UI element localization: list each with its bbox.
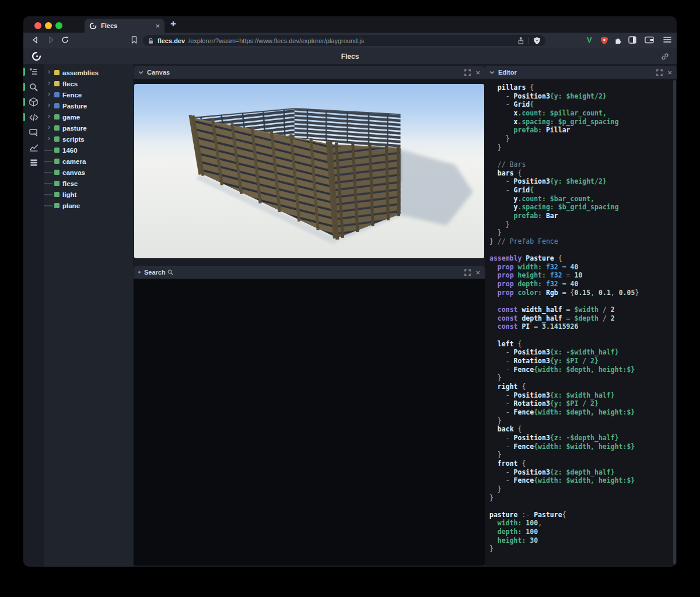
code-line: - Fence{width: $width, height:$}: [489, 443, 677, 451]
tree-item-1460[interactable]: 1460: [44, 145, 133, 156]
entity-color-square: [54, 136, 60, 142]
forward-icon[interactable]: [47, 36, 55, 44]
tree-item-camera[interactable]: camera: [44, 156, 133, 167]
expand-chevron-icon[interactable]: ›: [48, 79, 50, 87]
entity-color-square: [54, 103, 60, 108]
tree-item-flecs[interactable]: ›flecs: [44, 78, 133, 89]
chevron-down-icon[interactable]: [489, 71, 495, 75]
tree-item-canvas[interactable]: canvas: [44, 167, 133, 178]
chevron-down-icon[interactable]: [138, 71, 144, 75]
close-panel-icon[interactable]: ×: [475, 68, 480, 77]
entity-label: 1460: [62, 147, 78, 154]
share-icon[interactable]: [517, 37, 524, 45]
entity-label: scripts: [62, 136, 85, 143]
code-icon: [29, 114, 38, 121]
rail-canvas-button[interactable]: [23, 94, 44, 110]
search-results-area: [134, 279, 485, 566]
expand-chevron-icon[interactable]: ›: [48, 101, 50, 109]
entity-label: game: [62, 114, 80, 121]
search-panel: Search ×: [134, 266, 485, 566]
editor-scrollbar[interactable]: [673, 80, 676, 564]
rail-search-button[interactable]: [23, 79, 44, 94]
code-line: - Grid{: [489, 186, 677, 195]
rail-tables-button[interactable]: [23, 155, 44, 170]
tree-item-scripts[interactable]: ›scripts: [44, 134, 133, 145]
url-bar[interactable]: flecs.dev/explorer/?wasm=https://www.fle…: [143, 35, 545, 46]
brave-shield-icon[interactable]: [533, 37, 541, 45]
tree-item-plane[interactable]: plane: [44, 200, 133, 211]
rail-editor-button[interactable]: [23, 110, 44, 125]
fullscreen-icon[interactable]: [656, 69, 663, 76]
tree-guide-line: [44, 205, 52, 206]
close-window-button[interactable]: [34, 22, 41, 29]
rail-stats-button[interactable]: [23, 140, 44, 155]
close-panel-icon[interactable]: ×: [667, 68, 672, 77]
fullscreen-icon[interactable]: [464, 269, 471, 276]
close-panel-icon[interactable]: ×: [475, 268, 480, 277]
entity-tree-panel: ›assemblies›flecs›Fence›Pasture›game›pas…: [44, 64, 133, 567]
code-line: depth: 100: [489, 528, 677, 536]
adblock-shield-icon[interactable]: [600, 36, 608, 45]
link-icon[interactable]: [661, 52, 669, 61]
entity-label: pasture: [62, 125, 87, 132]
tree-item-Fence[interactable]: ›Fence: [44, 89, 133, 100]
menu-hamburger-icon[interactable]: [663, 36, 671, 43]
canvas-panel-title: Canvas: [147, 69, 461, 76]
flecs-favicon: [89, 22, 97, 30]
entity-color-square: [54, 203, 60, 208]
back-icon[interactable]: [31, 36, 40, 44]
code-editor-area[interactable]: pillars { - Position3{y: $height/2} - Gr…: [485, 79, 677, 566]
app-header: Flecs: [23, 48, 677, 64]
code-line: - Grid{: [489, 100, 677, 109]
main-area: ›assemblies›flecs›Fence›Pasture›game›pas…: [23, 64, 677, 567]
browser-window: Flecs × + flecs.dev/explorer/?wasm=https…: [23, 16, 677, 567]
browser-tab[interactable]: Flecs ×: [85, 19, 164, 33]
tab-close-icon[interactable]: ×: [155, 22, 160, 30]
tab-title: Flecs: [101, 22, 151, 29]
editor-panel: Editor × pillars { - Position3{y: $heigh…: [485, 66, 677, 566]
rail-inspector-button[interactable]: [23, 125, 44, 140]
bookmark-icon[interactable]: [130, 36, 138, 44]
code-line: prefab: Bar: [489, 212, 677, 220]
code-line: prop depth: f32 = 40: [489, 280, 677, 289]
tree-item-game[interactable]: ›game: [44, 111, 133, 122]
zoom-window-button[interactable]: [55, 22, 62, 29]
entity-tree-list: ›assemblies›flecs›Fence›Pasture›game›pas…: [44, 67, 133, 211]
code-line: }: [489, 417, 677, 426]
browser-toolbar: flecs.dev/explorer/?wasm=https://www.fle…: [23, 33, 677, 48]
code-line: x.spacing: $p_grid_spacing: [489, 118, 677, 127]
canvas-panel: Canvas ×: [134, 66, 485, 259]
tree-item-pasture[interactable]: ›pasture: [44, 122, 133, 134]
rail-entity-tree-button[interactable]: [23, 64, 44, 79]
tree-guide-line: [44, 161, 52, 162]
code-line: } // Prefab Fence: [489, 237, 677, 246]
expand-chevron-icon[interactable]: ›: [48, 112, 50, 120]
minimize-window-button[interactable]: [45, 22, 52, 29]
code-line: pasture :- Pasture{: [489, 511, 677, 519]
3d-viewport[interactable]: [134, 84, 484, 258]
code-line: bars {: [489, 169, 677, 178]
tree-item-flesc[interactable]: flesc: [44, 178, 133, 189]
code-line: [489, 152, 677, 160]
search-collapse-dot[interactable]: [138, 271, 141, 273]
tree-item-assemblies[interactable]: ›assemblies: [44, 67, 133, 78]
expand-chevron-icon[interactable]: ›: [48, 90, 50, 98]
new-tab-button[interactable]: +: [170, 18, 176, 30]
expand-chevron-icon[interactable]: ›: [48, 68, 50, 76]
code-line: - Position3{x: -$width_half}: [489, 348, 677, 357]
entity-label: flesc: [62, 180, 78, 187]
expand-chevron-icon[interactable]: ›: [48, 134, 50, 142]
wallet-icon[interactable]: [645, 36, 654, 44]
extensions-puzzle-icon[interactable]: [614, 36, 622, 44]
tree-item-Pasture[interactable]: ›Pasture: [44, 100, 133, 111]
vue-devtools-icon[interactable]: V: [587, 36, 592, 44]
entity-label: assemblies: [62, 69, 99, 76]
reload-icon[interactable]: [61, 36, 69, 44]
expand-chevron-icon[interactable]: ›: [48, 123, 50, 131]
sidebar-icon[interactable]: [628, 36, 636, 44]
tree-item-light[interactable]: light: [44, 189, 133, 200]
entity-label: plane: [62, 202, 80, 209]
code-line: width: 100,: [489, 519, 677, 528]
fullscreen-icon[interactable]: [464, 69, 471, 76]
canvas-panel-header: Canvas ×: [134, 66, 485, 79]
